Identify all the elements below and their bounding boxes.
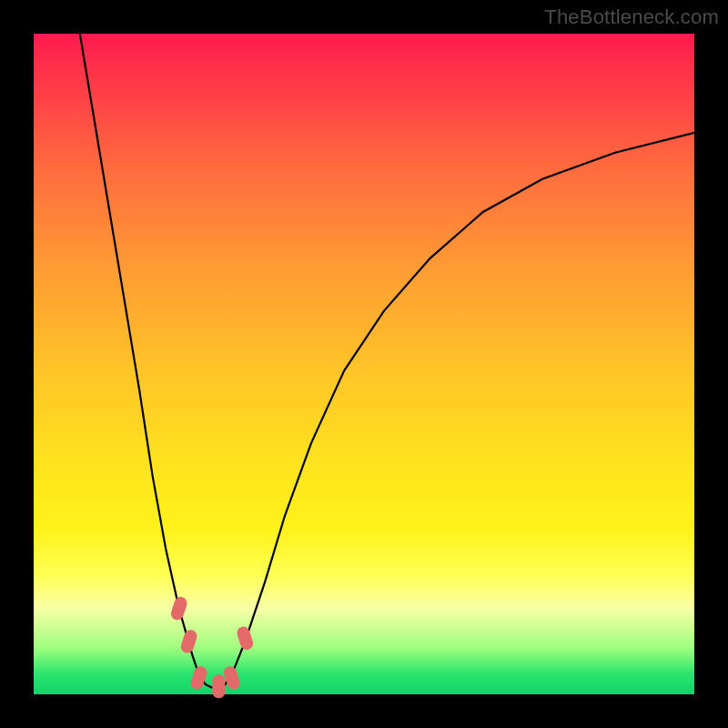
curve-marker xyxy=(236,625,255,652)
bottleneck-curve xyxy=(80,34,694,688)
watermark-text: TheBottleneck.com xyxy=(544,5,719,29)
chart-frame: TheBottleneck.com xyxy=(0,0,728,728)
plot-area xyxy=(34,34,694,694)
curve-marker xyxy=(212,674,225,698)
curve-layer xyxy=(34,34,694,694)
curve-markers xyxy=(169,595,255,698)
curve-marker xyxy=(222,664,241,691)
curve-marker xyxy=(169,595,188,622)
curve-marker xyxy=(179,628,198,654)
curve-marker xyxy=(189,664,208,691)
